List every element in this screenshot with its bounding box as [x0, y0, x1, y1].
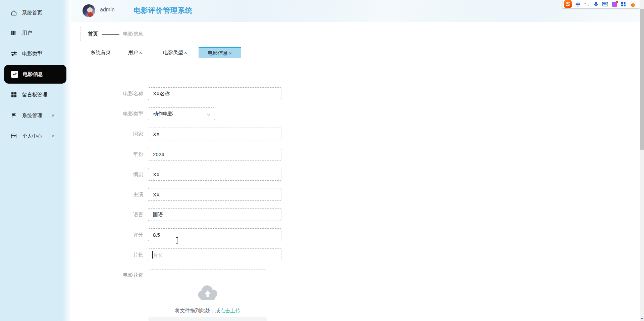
ime-language-icon[interactable]: 中	[576, 2, 581, 7]
tab-label: 系统首页	[91, 49, 111, 56]
sidebar-item-label: 电影类型	[22, 51, 42, 57]
upload-filelist-strip	[149, 317, 267, 321]
library-icon	[10, 30, 17, 36]
chevron-down-icon	[207, 111, 211, 117]
home-icon	[10, 9, 17, 16]
language-input[interactable]	[148, 208, 281, 221]
sidebar-item-movie-types[interactable]: 电影类型	[0, 48, 67, 60]
duration-input[interactable]	[148, 248, 281, 261]
sidebar-item-label: 用户	[22, 30, 32, 36]
year-input[interactable]	[148, 148, 281, 160]
tab-movie-info[interactable]: 电影信息 ×	[199, 47, 241, 58]
field-label-rating: 评分	[103, 228, 143, 241]
sidebar-item-label: 系统管理	[22, 112, 42, 119]
upload-hint: 将文件拖到此处，或点击上传	[148, 308, 267, 314]
movie-type-select[interactable]: 动作电影	[148, 107, 215, 120]
movie-name-input[interactable]	[148, 87, 281, 100]
sogou-logo-icon[interactable]: S	[564, 0, 572, 8]
field-label-year: 年份	[103, 148, 143, 160]
rating-input[interactable]	[148, 228, 281, 241]
ime-toolbar: S 中 °，	[562, 0, 640, 8]
field-label-movie-clips: 电影花絮	[103, 272, 143, 278]
country-input[interactable]	[148, 128, 281, 140]
upload-dropzone[interactable]: 将文件拖到此处，或点击上传	[148, 269, 267, 321]
sliders-icon	[10, 50, 17, 57]
screen: 系统首页 用户 电影类型 电影信息 留言板管理	[0, 0, 644, 321]
chevron-down-icon: ∨	[51, 134, 54, 138]
sidebar-item-home[interactable]: 系统首页	[0, 7, 67, 19]
scrollbar-thumb[interactable]	[640, 9, 644, 150]
sidebar-item-system-management[interactable]: 系统管理 ∨	[0, 109, 67, 122]
movie-type-select-value: 动作电影	[153, 111, 173, 117]
field-label-language: 语言	[103, 208, 143, 221]
starring-input[interactable]	[148, 188, 281, 201]
flag-icon	[10, 112, 17, 119]
sidebar: 系统首页 用户 电影类型 电影信息 留言板管理	[0, 0, 71, 321]
text-caret	[152, 251, 153, 259]
sidebar-item-label: 系统首页	[22, 10, 42, 16]
trend-chart-icon	[11, 71, 18, 78]
close-icon[interactable]: ×	[184, 50, 187, 55]
close-icon[interactable]: ×	[139, 50, 142, 55]
close-icon[interactable]: ×	[229, 50, 232, 56]
ime-punctuation-icon[interactable]: °，	[584, 2, 590, 6]
breadcrumb-home[interactable]: 首页	[88, 31, 98, 37]
microphone-icon[interactable]	[594, 1, 598, 7]
mouse-cursor-ibeam-icon	[175, 237, 179, 245]
tab-label: 用户	[128, 49, 138, 56]
tab-label: 电影信息	[208, 50, 228, 56]
sidebar-item-label: 留言板管理	[22, 92, 47, 98]
sidebar-item-message-board[interactable]: 留言板管理	[0, 89, 67, 101]
upload-cloud-icon	[197, 284, 219, 301]
sidebar-item-users[interactable]: 用户	[0, 27, 67, 39]
tab-system-home[interactable]: 系统首页	[80, 47, 121, 58]
upload-click-link[interactable]: 点击上传	[220, 308, 240, 313]
avatar	[83, 4, 95, 17]
ime-emoji-icon[interactable]	[630, 1, 636, 8]
ime-skin-icon[interactable]	[612, 2, 617, 7]
field-label-movie-name: 电影名称	[103, 87, 143, 100]
breadcrumb-separator	[102, 34, 119, 35]
tab-label: 电影类型	[163, 49, 183, 56]
card-icon	[10, 133, 17, 139]
field-label-duration: 片长	[103, 248, 143, 261]
ime-menu-grid-icon[interactable]	[621, 2, 626, 7]
page-title: 电影评价管理系统	[133, 6, 193, 15]
grid-icon	[10, 91, 17, 98]
field-label-movie-type: 电影类型	[103, 107, 143, 120]
sidebar-item-label: 个人中心	[22, 133, 42, 139]
sidebar-item-label: 电影信息	[23, 71, 43, 78]
field-label-country: 国家	[103, 128, 143, 140]
field-label-screenwriter: 编剧	[103, 168, 143, 181]
upload-drag-text: 将文件拖到此处，或	[175, 308, 220, 313]
screenwriter-input[interactable]	[148, 168, 281, 181]
field-label-starring: 主演	[103, 188, 143, 201]
sidebar-item-movie-info-active[interactable]: 电影信息	[4, 65, 66, 84]
header: admin 电影评价管理系统	[71, 0, 640, 22]
breadcrumb: 首页 电影信息	[80, 27, 629, 41]
chevron-down-icon: ∨	[51, 113, 54, 118]
sidebar-item-personal-center[interactable]: 个人中心 ∨	[0, 130, 67, 142]
scrollbar-down-button[interactable]: ▼	[640, 316, 644, 321]
tab-movie-types[interactable]: 电影类型 ×	[153, 47, 198, 58]
username: admin	[100, 7, 115, 13]
keyboard-icon[interactable]	[602, 2, 608, 6]
tab-users[interactable]: 用户 ×	[115, 47, 155, 58]
breadcrumb-current: 电影信息	[123, 31, 143, 37]
